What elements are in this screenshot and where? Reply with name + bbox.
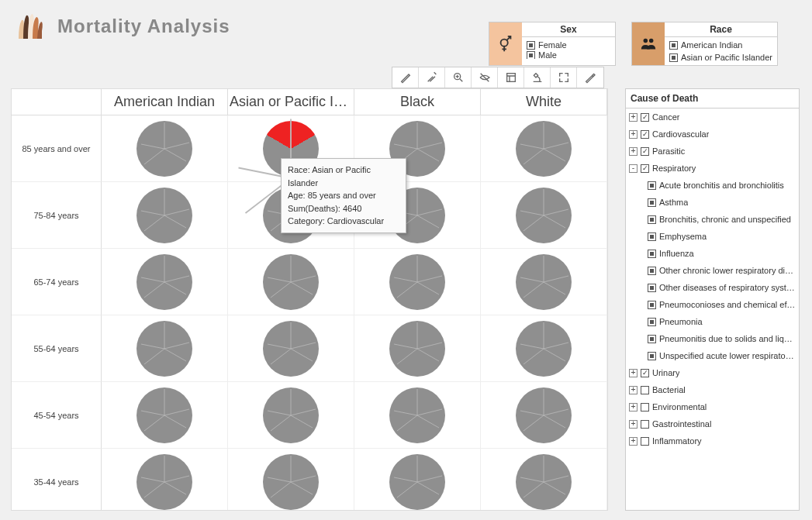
checkbox-icon[interactable] <box>648 181 656 190</box>
checkbox-icon[interactable] <box>648 198 656 207</box>
pie-chart[interactable] <box>516 254 572 310</box>
filter-race[interactable]: Race American Indian Asian or Pacific Is… <box>631 22 778 66</box>
pie-cell[interactable] <box>102 315 228 382</box>
tree-node[interactable]: Asthma <box>626 194 799 211</box>
tree-node[interactable]: +Inflammatory <box>626 432 799 449</box>
pie-cell[interactable] <box>102 449 228 511</box>
pie-chart[interactable] <box>389 387 445 443</box>
tree-node[interactable]: Pneumonitis due to solids and liquids <box>626 330 799 347</box>
zoom-button[interactable] <box>445 67 472 88</box>
pie-chart[interactable] <box>516 121 572 177</box>
filter-race-item[interactable]: American Indian <box>669 39 772 51</box>
checkbox-icon[interactable] <box>648 352 656 360</box>
tree-node[interactable]: Pneumonia <box>626 313 799 330</box>
row-header[interactable]: 55-64 years <box>12 315 102 382</box>
column-header[interactable]: White <box>481 89 607 115</box>
pie-cell[interactable] <box>481 315 607 382</box>
pie-chart[interactable] <box>389 454 445 510</box>
pie-cell[interactable] <box>481 115 607 182</box>
checkbox-icon[interactable] <box>669 41 678 50</box>
pie-chart[interactable] <box>516 188 572 243</box>
pie-cell[interactable] <box>228 315 354 382</box>
hide-button[interactable] <box>472 67 498 88</box>
pie-cell[interactable] <box>354 249 481 315</box>
row-header[interactable]: 45-54 years <box>12 382 102 449</box>
tree-node[interactable]: -Respiratory <box>626 160 799 177</box>
filter-sex-item[interactable]: Male <box>527 51 610 59</box>
tree-node[interactable]: +Cardiovascular <box>626 126 799 143</box>
expand-icon[interactable]: + <box>629 113 638 122</box>
tree-node[interactable]: Acute bronchitis and bronchiolitis <box>626 177 799 194</box>
checkbox-icon[interactable] <box>669 53 678 62</box>
tree-node[interactable]: Pneumoconioses and chemical effects <box>626 296 799 313</box>
pie-cell[interactable] <box>228 382 354 449</box>
checkbox-icon[interactable] <box>648 232 656 241</box>
checkbox-icon[interactable] <box>648 267 656 275</box>
tree-node[interactable]: Influenza <box>626 245 799 262</box>
pie-chart[interactable] <box>263 387 319 443</box>
pie-cell[interactable] <box>102 382 228 449</box>
filter-sex[interactable]: Sex Female Male <box>489 22 616 66</box>
tree-node[interactable]: +Parasitic <box>626 143 799 160</box>
checkbox-icon[interactable] <box>648 284 656 292</box>
row-header[interactable]: 35-44 years <box>12 449 102 511</box>
pie-cell[interactable] <box>481 382 607 449</box>
pie-chart[interactable] <box>263 254 319 310</box>
column-header[interactable]: Black <box>354 89 481 115</box>
tree-node[interactable]: +Environmental <box>626 398 799 415</box>
pie-chart[interactable] <box>136 254 192 310</box>
expand-icon[interactable]: + <box>629 437 638 446</box>
brush-button[interactable] <box>419 67 445 88</box>
tree-node[interactable]: Bronchitis, chronic and unspecified <box>626 211 799 228</box>
checkbox-icon[interactable] <box>648 250 656 258</box>
checkbox-icon[interactable] <box>527 51 535 59</box>
checkbox-icon[interactable] <box>648 301 656 309</box>
pie-cell[interactable] <box>481 182 607 249</box>
tree-node[interactable]: Unspecified acute lower respiratory infe… <box>626 347 799 364</box>
expand-icon[interactable]: + <box>629 403 638 412</box>
tree-node[interactable]: +Bacterial <box>626 381 799 398</box>
checkbox-icon[interactable] <box>641 164 649 173</box>
checkbox-icon[interactable] <box>641 403 649 412</box>
pie-chart[interactable] <box>136 321 192 377</box>
pie-cell[interactable] <box>481 249 607 315</box>
row-header[interactable]: 65-74 years <box>12 249 102 315</box>
tree-node[interactable]: Other diseases of respiratory system <box>626 279 799 296</box>
pie-cell[interactable] <box>354 382 481 449</box>
pie-chart[interactable] <box>136 454 192 510</box>
microscope-button[interactable] <box>524 67 551 88</box>
checkbox-icon[interactable] <box>641 130 649 139</box>
expand-icon[interactable]: + <box>629 130 638 139</box>
checkbox-icon[interactable] <box>648 335 656 343</box>
checkbox-icon[interactable] <box>641 437 649 446</box>
expand-icon[interactable]: + <box>629 420 638 429</box>
pie-cell[interactable] <box>354 315 481 382</box>
checkbox-icon[interactable] <box>641 147 649 156</box>
pie-chart[interactable] <box>389 254 445 310</box>
pie-chart[interactable] <box>516 454 572 510</box>
expand-icon[interactable]: + <box>629 386 638 394</box>
pie-chart[interactable] <box>136 121 192 177</box>
checkbox-icon[interactable] <box>641 113 649 122</box>
pie-cell[interactable] <box>102 182 228 249</box>
row-header[interactable]: 85 years and over <box>12 115 102 182</box>
pie-chart[interactable] <box>263 321 319 377</box>
pie-chart[interactable] <box>516 387 572 443</box>
tree-node[interactable]: +Cancer <box>626 108 799 126</box>
expand-icon[interactable]: - <box>629 164 638 173</box>
pie-cell[interactable] <box>102 115 228 182</box>
pie-cell[interactable] <box>102 249 228 315</box>
tree-node[interactable]: +Urinary <box>626 364 799 381</box>
filter-sex-item[interactable]: Female <box>527 39 610 51</box>
tree-node[interactable]: Other chronic lower respiratory diseases <box>626 262 799 279</box>
checkbox-icon[interactable] <box>641 420 649 429</box>
tree-node[interactable]: Emphysema <box>626 228 799 245</box>
pie-cell[interactable] <box>354 449 481 511</box>
highlight-button[interactable] <box>392 67 419 88</box>
pie-chart[interactable] <box>136 387 192 443</box>
checkbox-icon[interactable] <box>641 386 649 394</box>
column-header[interactable]: Asian or Pacific Islan.. <box>228 89 354 115</box>
pie-chart[interactable] <box>516 321 572 377</box>
checkbox-icon[interactable] <box>527 41 535 50</box>
expand-button[interactable] <box>551 67 577 88</box>
